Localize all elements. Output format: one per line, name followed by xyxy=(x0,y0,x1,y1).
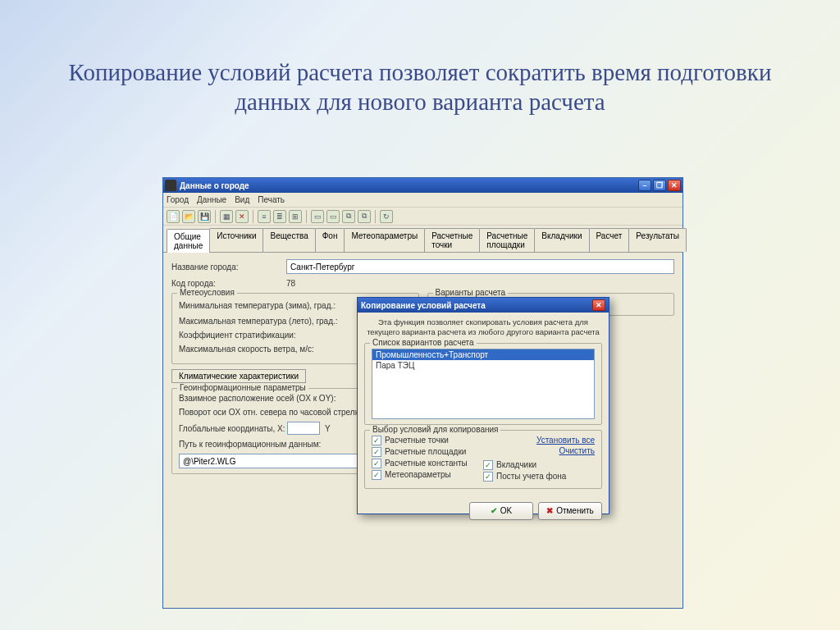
opt-contributors: Вкладчики xyxy=(496,460,536,469)
menu-view[interactable]: Вид xyxy=(235,195,249,204)
checkbox-icon[interactable]: ✓ xyxy=(372,436,381,445)
maximize-button[interactable]: ❐ xyxy=(653,180,666,191)
checkbox-icon[interactable]: ✓ xyxy=(372,447,381,457)
checkbox-icon[interactable]: ✓ xyxy=(483,472,493,482)
opt-posts: Посты учета фона xyxy=(496,472,566,481)
geo-x-input[interactable] xyxy=(287,422,320,435)
tab-contributors[interactable]: Вкладчики xyxy=(534,228,589,252)
tool-doc1-icon[interactable]: ▭ xyxy=(311,210,324,223)
list-item[interactable]: Пара ТЭЦ xyxy=(372,360,594,371)
toolbar-sep xyxy=(306,210,307,223)
geo-rotation-label: Поворот оси OX отн. севера по часовой ст… xyxy=(179,408,366,417)
tab-calcareas[interactable]: Расчетные площадки xyxy=(479,228,535,252)
copy-dialog: Копирование условий расчета ✕ Эта функци… xyxy=(357,297,609,514)
tool-list1-icon[interactable]: ≡ xyxy=(258,210,271,223)
tool-refresh-icon[interactable]: ↻ xyxy=(380,210,393,223)
climate-button[interactable]: Климатические характеристики xyxy=(171,369,306,383)
cancel-button[interactable]: ✖Отменить xyxy=(538,502,602,520)
window-title: Данные о городе xyxy=(180,181,249,190)
opt-meteo: Метеопараметры xyxy=(385,470,451,479)
tab-meteo[interactable]: Метеопараметры xyxy=(344,228,425,252)
geo-coords-label: Глобальные координаты, X: xyxy=(179,424,285,433)
cancel-label: Отменить xyxy=(556,506,594,515)
toolbar-sep xyxy=(215,210,216,223)
meteo-min-temp-label: Минимальная температура (зима), град.: xyxy=(179,301,371,310)
toolbar: 📄 📂 💾 ▦ ✕ ≡ ≣ ⊞ ▭ ▭ ⧉ ⧉ ↻ xyxy=(163,208,682,226)
tool-open-icon[interactable]: 📂 xyxy=(182,210,195,223)
checkbox-icon[interactable]: ✓ xyxy=(483,460,493,470)
city-name-input[interactable] xyxy=(286,259,674,274)
geo-axes-label: Взаимное расположение осей (OX к OY): xyxy=(179,394,336,403)
menu-print[interactable]: Печать xyxy=(258,195,285,204)
tool-save-icon[interactable]: 💾 xyxy=(198,210,211,223)
tool-tree-icon[interactable]: ⊞ xyxy=(289,210,302,223)
dialog-title: Копирование условий расчета xyxy=(361,301,486,310)
tab-calcpoints[interactable]: Расчетные точки xyxy=(424,228,480,252)
list-item[interactable]: Промышленность+Транспорт xyxy=(372,349,594,360)
ok-label: OK xyxy=(500,506,512,515)
tabstrip: Общие данные Источники Вещества Фон Мете… xyxy=(163,226,682,253)
toolbar-sep xyxy=(375,210,376,223)
minimize-button[interactable]: – xyxy=(638,180,651,191)
opt-calcareas: Расчетные площадки xyxy=(385,447,466,456)
check-icon: ✔ xyxy=(491,506,497,515)
tab-calc[interactable]: Расчет xyxy=(589,228,630,252)
dialog-description: Эта функция позволяет скопировать услови… xyxy=(364,317,602,338)
list-group: Список вариантов расчета Промышленность+… xyxy=(364,343,602,425)
tool-new-icon[interactable]: 📄 xyxy=(167,210,180,223)
variants-group-title: Варианты расчета xyxy=(433,288,509,297)
city-code-value: 78 xyxy=(286,279,295,288)
titlebar: Данные о городе – ❐ ✕ xyxy=(163,178,682,193)
ok-button[interactable]: ✔OK xyxy=(469,502,533,520)
dialog-close-button[interactable]: ✕ xyxy=(592,299,605,311)
options-group-title: Выбор условий для копирования xyxy=(370,425,500,434)
geo-group-title: Геоинформационные параметры xyxy=(177,383,308,392)
toolbar-sep xyxy=(253,210,253,223)
tab-results[interactable]: Результаты xyxy=(628,228,687,252)
tool-list2-icon[interactable]: ≣ xyxy=(273,210,286,223)
set-all-link[interactable]: Установить все xyxy=(536,436,595,445)
app-icon xyxy=(165,180,176,191)
checkbox-icon[interactable]: ✓ xyxy=(372,470,381,480)
city-code-label: Код города: xyxy=(171,279,286,288)
tab-general[interactable]: Общие данные xyxy=(167,229,210,253)
tool-dup-icon[interactable]: ⧉ xyxy=(358,210,371,223)
menubar: Город Данные Вид Печать xyxy=(163,193,682,208)
dialog-titlebar: Копирование условий расчета ✕ xyxy=(358,298,609,313)
tool-db-icon[interactable]: ▦ xyxy=(220,210,233,223)
menu-data[interactable]: Данные xyxy=(197,195,226,204)
menu-city[interactable]: Город xyxy=(167,195,189,204)
tab-background[interactable]: Фон xyxy=(315,228,345,252)
variants-listbox[interactable]: Промышленность+Транспорт Пара ТЭЦ xyxy=(372,349,595,419)
list-group-title: Список вариантов расчета xyxy=(370,338,477,347)
close-button[interactable]: ✕ xyxy=(668,180,681,191)
x-icon: ✖ xyxy=(546,506,553,515)
tab-substances[interactable]: Вещества xyxy=(262,228,315,252)
opt-calcconst: Расчетные константы xyxy=(385,459,468,468)
tool-delete-icon[interactable]: ✕ xyxy=(235,210,249,223)
slide-title: Копирование условий расчета позволяет со… xyxy=(0,57,840,117)
tool-copy-icon[interactable]: ⧉ xyxy=(342,210,355,223)
opt-calcpoints: Расчетные точки xyxy=(385,436,449,445)
options-group: Выбор условий для копирования ✓Расчетные… xyxy=(364,430,602,489)
tool-doc2-icon[interactable]: ▭ xyxy=(326,210,340,223)
meteo-group-title: Метеоусловия xyxy=(177,288,237,297)
geo-path-label: Путь к геоинформационным данным: xyxy=(179,440,321,449)
checkbox-icon[interactable]: ✓ xyxy=(372,459,381,468)
city-name-label: Название города: xyxy=(171,262,286,272)
clear-link[interactable]: Очистить xyxy=(559,446,595,455)
geo-y-label: Y xyxy=(325,424,331,433)
tab-sources[interactable]: Источники xyxy=(209,228,263,252)
